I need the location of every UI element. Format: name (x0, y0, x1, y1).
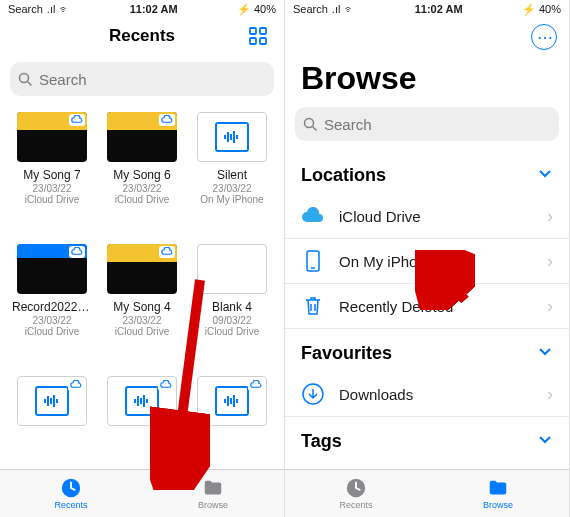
search-input[interactable] (324, 116, 551, 133)
wifi-icon: ᯤ (344, 3, 355, 15)
cloud-icon (69, 246, 85, 258)
file-item[interactable] (10, 376, 94, 463)
list-item-icloud[interactable]: iCloud Drive › (285, 194, 569, 239)
cloud-icon (159, 114, 175, 126)
svg-line-30 (313, 126, 317, 130)
more-icon[interactable]: ⋯ (531, 24, 557, 50)
right-phone: Search .ıl ᯤ 11:02 AM ⚡ 40% ⋯ Browse Loc… (285, 0, 570, 517)
carrier-text: Search (293, 3, 328, 15)
section-tags[interactable]: Tags (285, 417, 569, 460)
svg-rect-20 (146, 399, 148, 403)
svg-point-4 (20, 73, 29, 82)
file-item[interactable]: My Song 7 23/03/22 iCloud Drive (10, 112, 94, 236)
svg-rect-10 (236, 135, 238, 139)
battery-text: ⚡ 40% (237, 3, 276, 16)
svg-rect-22 (227, 396, 229, 406)
svg-rect-24 (233, 395, 235, 407)
svg-rect-12 (47, 396, 49, 406)
cloud-icon (68, 379, 84, 391)
svg-rect-15 (56, 399, 58, 403)
svg-rect-13 (50, 398, 52, 404)
svg-rect-17 (137, 396, 139, 406)
tab-bar: Recents Browse (285, 469, 569, 517)
svg-rect-21 (224, 399, 226, 403)
svg-rect-18 (140, 398, 142, 404)
chevron-right-icon: › (547, 251, 553, 272)
left-phone: Search .ıl ᯤ 11:02 AM ⚡ 40% Recents My S… (0, 0, 285, 517)
cloud-icon (69, 114, 85, 126)
svg-rect-2 (250, 38, 256, 44)
svg-rect-25 (236, 399, 238, 403)
chevron-down-icon (537, 165, 553, 186)
section-locations[interactable]: Locations (285, 151, 569, 194)
file-item[interactable] (190, 376, 274, 463)
file-item[interactable]: Blank 4 09/03/22 iCloud Drive (190, 244, 274, 368)
folder-icon (202, 477, 224, 499)
file-item[interactable] (100, 376, 184, 463)
clock-icon (60, 477, 82, 499)
signal-icon: .ıl (47, 3, 56, 15)
time-text: 11:02 AM (415, 3, 463, 15)
status-bar: Search .ıl ᯤ 11:02 AM ⚡ 40% (0, 0, 284, 18)
tab-browse[interactable]: Browse (427, 470, 569, 517)
file-item[interactable]: My Song 6 23/03/22 iCloud Drive (100, 112, 184, 236)
tab-bar: Recents Browse (0, 469, 284, 517)
svg-rect-0 (250, 28, 256, 34)
chevron-right-icon: › (547, 384, 553, 405)
tab-browse[interactable]: Browse (142, 470, 284, 517)
chevron-right-icon: › (547, 206, 553, 227)
svg-rect-7 (227, 132, 229, 142)
search-bar[interactable] (10, 62, 274, 96)
download-icon (301, 382, 325, 406)
cloud-icon (301, 204, 325, 228)
grid-view-icon[interactable] (244, 22, 272, 50)
svg-rect-9 (233, 131, 235, 143)
cloud-icon (159, 246, 175, 258)
cloud-icon (248, 379, 264, 391)
svg-rect-11 (44, 399, 46, 403)
section-favourites[interactable]: Favourites (285, 329, 569, 372)
list-item-recently-deleted[interactable]: Recently Deleted › (285, 284, 569, 329)
tab-recents[interactable]: Recents (0, 470, 142, 517)
carrier-text: Search (8, 3, 43, 15)
search-input[interactable] (39, 71, 266, 88)
svg-rect-6 (224, 135, 226, 139)
battery-text: ⚡ 40% (522, 3, 561, 16)
list-item-downloads[interactable]: Downloads › (285, 372, 569, 417)
file-item[interactable]: My Song 4 23/03/22 iCloud Drive (100, 244, 184, 368)
chevron-down-icon (537, 431, 553, 452)
search-icon (18, 72, 33, 87)
header: Recents (0, 18, 284, 58)
svg-rect-23 (230, 398, 232, 404)
time-text: 11:02 AM (130, 3, 178, 15)
svg-rect-16 (134, 399, 136, 403)
wifi-icon: ᯤ (59, 3, 70, 15)
file-item[interactable]: Silent 23/03/22 On My iPhone (190, 112, 274, 236)
browse-list: Locations iCloud Drive › On My iPhone › … (285, 151, 569, 469)
svg-line-5 (28, 81, 32, 85)
chevron-right-icon: › (547, 296, 553, 317)
page-title: Recents (40, 26, 244, 46)
svg-rect-14 (53, 395, 55, 407)
search-icon (303, 117, 318, 132)
search-bar[interactable] (295, 107, 559, 141)
svg-point-29 (305, 118, 314, 127)
svg-rect-1 (260, 28, 266, 34)
list-item-tag-red[interactable]: Red › (285, 460, 569, 469)
trash-icon (301, 294, 325, 318)
phone-icon (301, 249, 325, 273)
signal-icon: .ıl (332, 3, 341, 15)
page-title: Browse (285, 50, 569, 103)
tab-recents[interactable]: Recents (285, 470, 427, 517)
cloud-icon (158, 379, 174, 391)
folder-icon (487, 477, 509, 499)
file-grid: My Song 7 23/03/22 iCloud Drive My Song … (0, 106, 284, 469)
svg-rect-19 (143, 395, 145, 407)
svg-rect-8 (230, 134, 232, 140)
status-bar: Search .ıl ᯤ 11:02 AM ⚡ 40% (285, 0, 569, 18)
clock-icon (345, 477, 367, 499)
file-item[interactable]: Record20220323_...0533 23/03/22 iCloud D… (10, 244, 94, 368)
list-item-onmyiphone[interactable]: On My iPhone › (285, 239, 569, 284)
chevron-down-icon (537, 343, 553, 364)
svg-rect-3 (260, 38, 266, 44)
